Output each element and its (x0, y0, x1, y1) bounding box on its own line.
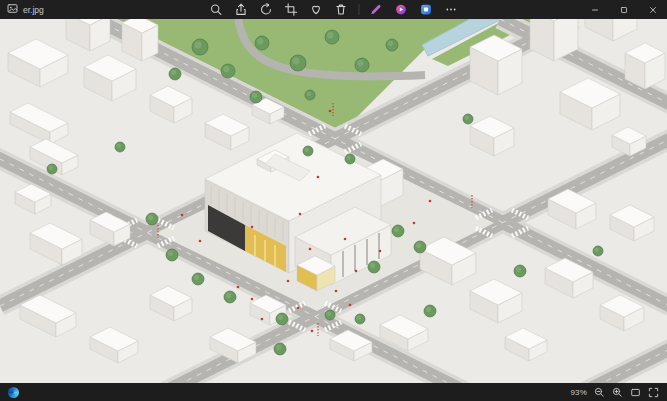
zoom-out-icon[interactable] (594, 387, 605, 398)
toolbar (204, 0, 463, 19)
zoom-icon[interactable] (204, 0, 228, 19)
share-icon[interactable] (229, 0, 253, 19)
delete-icon[interactable] (329, 0, 353, 19)
favorite-icon[interactable] (304, 0, 328, 19)
fullscreen-icon[interactable] (648, 387, 659, 398)
edit-image-icon[interactable] (364, 0, 388, 19)
minimize-button[interactable] (580, 0, 609, 19)
statusbar: 93% (0, 383, 667, 401)
clipchamp-icon[interactable] (389, 0, 413, 19)
zoom-in-icon[interactable] (612, 387, 623, 398)
designer-icon[interactable] (414, 0, 438, 19)
photos-app-window: er.jpg (0, 0, 667, 401)
window-controls (580, 0, 667, 19)
toolbar-divider (358, 4, 359, 15)
statusbar-left (8, 387, 19, 398)
rotate-icon[interactable] (254, 0, 278, 19)
image-file-icon (7, 3, 18, 16)
statusbar-right: 93% (570, 387, 659, 398)
window-title: er.jpg (23, 5, 44, 15)
maximize-button[interactable] (609, 0, 638, 19)
close-button[interactable] (638, 0, 667, 19)
zoom-level[interactable]: 93% (570, 388, 587, 397)
app-logo-icon[interactable] (8, 387, 19, 398)
image-viewer-canvas[interactable] (0, 19, 667, 383)
architectural-rendering-image (0, 19, 667, 383)
crop-icon[interactable] (279, 0, 303, 19)
fit-to-window-icon[interactable] (630, 387, 641, 398)
more-icon[interactable] (439, 0, 463, 19)
titlebar: er.jpg (0, 0, 667, 19)
titlebar-left: er.jpg (0, 3, 44, 16)
